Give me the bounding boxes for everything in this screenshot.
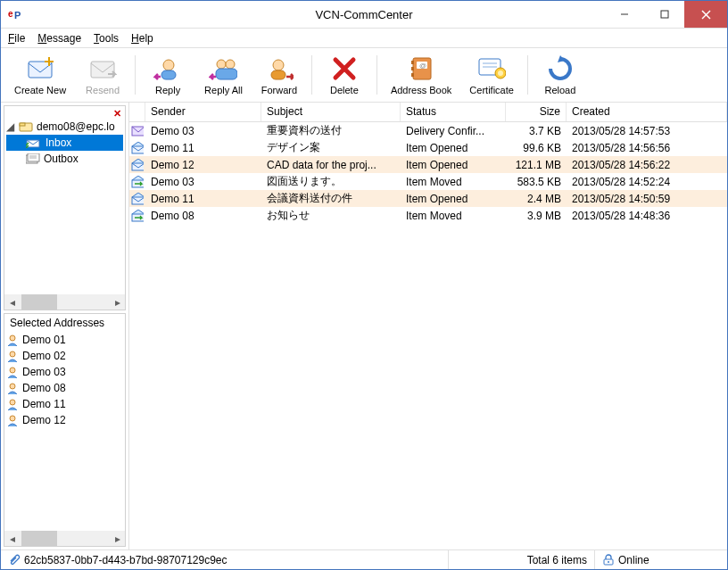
toolbar: Create NewResendReplyReply AllForwardDel… [1, 47, 727, 103]
svg-point-38 [10, 416, 15, 421]
cell-sender: Demo 03 [145, 176, 261, 188]
cell-size: 99.6 KB [506, 142, 567, 154]
col-created[interactable]: Created [567, 103, 727, 121]
delete-icon [330, 54, 359, 83]
col-status[interactable]: Status [401, 103, 506, 121]
col-sender[interactable]: Sender [145, 103, 261, 121]
certificate-icon [477, 54, 506, 83]
toolbar-address-book[interactable]: @Address Book [383, 52, 459, 98]
svg-point-37 [10, 400, 15, 405]
inbox-icon [26, 136, 40, 149]
svg-point-35 [10, 368, 15, 373]
person-icon [6, 398, 19, 410]
expander-icon[interactable]: ◢ [6, 120, 15, 133]
message-row[interactable]: Demo 03 重要資料の送付 Delivery Confir... 3.7 K… [129, 122, 727, 139]
address-item[interactable]: Demo 02 [6, 348, 123, 364]
reload-icon [546, 54, 575, 83]
grid-body: Demo 03 重要資料の送付 Delivery Confir... 3.7 K… [129, 122, 727, 549]
toolbar-reply-all[interactable]: Reply All [196, 52, 251, 98]
cell-size: 583.5 KB [506, 176, 567, 188]
address-item[interactable]: Demo 08 [6, 380, 123, 396]
svg-point-46 [608, 561, 609, 563]
message-row[interactable]: Demo 11 会議資料送付の件 Item Opened 2.4 MB 2013… [129, 190, 727, 207]
svg-point-25 [498, 70, 503, 76]
toolbar-create-new[interactable]: Create New [6, 52, 74, 98]
toolbar-reload[interactable]: Reload [534, 52, 587, 98]
col-icon[interactable] [129, 103, 145, 121]
svg-rect-18 [411, 61, 414, 64]
cell-subject: 重要資料の送付 [261, 123, 401, 138]
cell-created: 2013/05/28 14:52:24 [567, 176, 727, 188]
svg-rect-20 [411, 73, 414, 77]
cell-status: Delivery Confir... [401, 125, 506, 137]
svg-rect-7 [91, 62, 114, 78]
menu-message[interactable]: Message [37, 32, 81, 45]
selected-addresses-pane: Selected Addresses Demo 01 Demo 02 Demo … [4, 313, 126, 547]
status-online: Online [595, 550, 727, 569]
message-row[interactable]: Demo 08 お知らせ Item Moved 3.9 MB 2013/05/2… [129, 207, 727, 224]
maximize-button[interactable] [644, 1, 684, 28]
message-row[interactable]: Demo 12 CAD data for the proj... Item Op… [129, 156, 727, 173]
addr-hscroll[interactable]: ◂▸ [4, 531, 125, 546]
envelope-resend-icon [88, 54, 117, 83]
cell-sender: Demo 12 [145, 159, 261, 171]
online-icon [602, 554, 615, 566]
statusbar: 62cb5837-0bb7-d443-b7bd-98707129c9ec Tot… [1, 549, 727, 569]
cell-subject: 会議資料送付の件 [261, 191, 401, 206]
menu-tools[interactable]: Tools [94, 32, 119, 45]
toolbar-delete[interactable]: Delete [318, 52, 371, 98]
svg-point-36 [10, 384, 15, 389]
person-icon [6, 382, 19, 394]
cell-created: 2013/05/28 14:50:59 [567, 193, 727, 205]
address-item[interactable]: Demo 01 [6, 332, 123, 348]
grid-header: Sender Subject Status Size Created [129, 103, 727, 122]
toolbar-reply[interactable]: Reply [141, 52, 194, 98]
minimize-button[interactable] [604, 1, 644, 28]
svg-rect-19 [411, 67, 414, 70]
folder-outbox[interactable]: Outbox [6, 151, 123, 167]
cell-sender: Demo 08 [145, 210, 261, 222]
svg-text:@: @ [419, 62, 426, 70]
svg-rect-9 [161, 70, 176, 79]
person-icon [6, 414, 19, 426]
menubar: File Message Tools Help [1, 28, 727, 47]
col-size[interactable]: Size [506, 103, 567, 121]
address-item[interactable]: Demo 12 [6, 412, 123, 428]
person-icon [6, 334, 19, 346]
tree-hscroll[interactable]: ◂▸ [4, 294, 125, 310]
cell-created: 2013/05/28 14:48:36 [567, 210, 727, 222]
folder-inbox[interactable]: Inbox [6, 135, 123, 151]
menu-file[interactable]: File [8, 32, 25, 45]
message-row[interactable]: Demo 03 図面送ります。 Item Moved 583.5 KB 2013… [129, 173, 727, 190]
pane-close-icon[interactable]: ✕ [113, 108, 121, 120]
account-icon [19, 120, 33, 133]
mail-moved-icon [129, 176, 145, 188]
cell-status: Item Opened [401, 142, 506, 154]
cell-sender: Demo 11 [145, 193, 261, 205]
selected-addresses-title: Selected Addresses [4, 314, 125, 332]
address-item[interactable]: Demo 11 [6, 396, 123, 412]
toolbar-resend: Resend [76, 52, 129, 98]
cell-subject: お知らせ [261, 208, 401, 223]
address-book-icon: @ [407, 54, 435, 83]
cell-subject: CAD data for the proj... [261, 159, 401, 171]
message-list-pane: Sender Subject Status Size Created Demo … [129, 103, 727, 549]
toolbar-forward[interactable]: Forward [252, 52, 306, 98]
svg-point-33 [10, 335, 15, 341]
address-item[interactable]: Demo 03 [6, 364, 123, 380]
svg-point-13 [273, 60, 284, 70]
svg-rect-27 [20, 123, 25, 126]
attachment-icon [8, 554, 21, 566]
col-subject[interactable]: Subject [261, 103, 401, 121]
cell-size: 2.4 MB [506, 193, 567, 205]
message-row[interactable]: Demo 11 デザイン案 Item Opened 99.6 KB 2013/0… [129, 139, 727, 156]
menu-help[interactable]: Help [131, 32, 153, 45]
reply-icon [153, 54, 182, 83]
close-button[interactable] [684, 1, 727, 28]
titlebar: eP VCN-CommCenter [1, 1, 727, 28]
svg-rect-3 [661, 11, 668, 18]
toolbar-certificate[interactable]: Certificate [461, 52, 522, 98]
svg-point-8 [163, 60, 174, 70]
reply-all-icon [209, 54, 237, 83]
tree-account[interactable]: ◢ demo08@epc.lo [6, 119, 123, 135]
